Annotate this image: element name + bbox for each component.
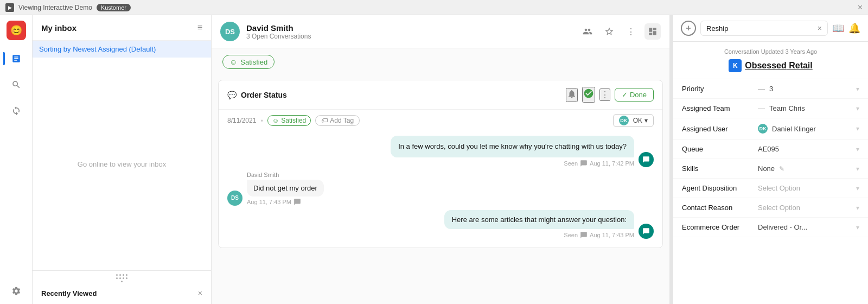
- layout-toggle-icon[interactable]: [644, 23, 661, 40]
- filter-icon[interactable]: ≡: [197, 23, 202, 33]
- alarm-button[interactable]: [566, 88, 578, 102]
- bot-bubble-2: Here are some articles that might answer…: [444, 210, 634, 229]
- drag-dot: [126, 277, 127, 279]
- order-status-card: 💬 Order Status ⋮ ✓ Done: [218, 80, 663, 248]
- user-avatar-sm: DS: [227, 191, 242, 206]
- nav-settings[interactable]: [9, 283, 24, 299]
- field-label-contact-reason: Contact Reason: [682, 204, 758, 212]
- message-time-2: Aug 11, 7:43 PM: [590, 232, 634, 238]
- company-logo: K Obsessed Retail: [682, 59, 859, 72]
- user-message-meta: Aug 11, 7:43 PM: [247, 198, 654, 206]
- field-value-ecommerce-order: Delivered - Or...: [758, 223, 856, 231]
- drag-dot: [116, 274, 118, 276]
- order-status-title: Order Status: [241, 91, 561, 99]
- conv-updated: Conversation Updated 3 Years Ago: [682, 48, 859, 55]
- more-options-icon[interactable]: ⋮: [623, 23, 639, 40]
- field-label-skills: Skills: [682, 164, 758, 173]
- chevron-assigned-user: ▾: [856, 125, 859, 132]
- inbox-title: My inbox: [41, 23, 76, 33]
- conv-header-info: David Smith 3 Open Conversations: [246, 23, 573, 40]
- field-label-assigned-team: Assigned Team: [682, 104, 758, 112]
- assigned-user-avatar: DK: [758, 124, 768, 134]
- more-button[interactable]: ⋮: [599, 88, 610, 101]
- drag-dot: [119, 277, 121, 279]
- banner-text: Viewing Interactive Demo: [18, 4, 92, 11]
- field-value-contact-reason: Select Option: [758, 204, 856, 212]
- nav-inbox[interactable]: [9, 51, 24, 66]
- order-header-actions: ⋮ ✓ Done: [566, 87, 654, 103]
- field-value-assigned-team: — Team Chris: [758, 104, 856, 112]
- recently-viewed-close[interactable]: ×: [198, 289, 202, 297]
- field-label-ecommerce-order: Ecommerce Order: [682, 223, 758, 231]
- bot-message-2: Here are some articles that might answer…: [227, 210, 654, 239]
- field-label-agent-disposition: Agent Disposition: [682, 184, 758, 192]
- chevron-agent-disposition: ▾: [856, 185, 859, 192]
- done-button[interactable]: ✓ Done: [615, 88, 654, 102]
- inbox-header: My inbox ≡: [33, 15, 211, 41]
- field-label-priority: Priority: [682, 85, 758, 93]
- recently-viewed-section: Recently Viewed ×: [33, 282, 211, 304]
- check-circle-button[interactable]: [582, 87, 595, 103]
- customer-avatar: DS: [220, 22, 240, 41]
- bot-message-1: In a few words, could you let me know wh…: [227, 136, 654, 167]
- nav-automation[interactable]: [9, 103, 24, 118]
- fields-list: Priority — 3 ▾ Assigned Team — Team Chri…: [673, 79, 868, 304]
- add-tag-label: Add Tag: [330, 117, 354, 124]
- company-section: Conversation Updated 3 Years Ago K Obses…: [673, 42, 868, 79]
- field-row-skills: Skills None ✎ ▾: [673, 159, 868, 179]
- field-label-queue: Queue: [682, 145, 758, 153]
- right-panel: + Reship × 📖 🔔 Conversation Updated 3 Ye…: [673, 15, 868, 304]
- bell-icon[interactable]: 🔔: [848, 22, 860, 34]
- recently-viewed-title: Recently Viewed: [41, 289, 97, 297]
- search-clear-button[interactable]: ×: [818, 24, 822, 33]
- company-icon: K: [729, 59, 742, 72]
- book-icon[interactable]: 📖: [832, 22, 844, 34]
- inbox-filter-bar[interactable]: Sorting by Newest Assigned (Default): [33, 41, 211, 58]
- user-message-1: DS David Smith Did not get my order Aug …: [227, 172, 654, 206]
- drag-dot: [121, 281, 123, 282]
- chevron-assigned-team: ▾: [856, 105, 859, 112]
- seen-label-2: Seen: [564, 232, 578, 238]
- chevron-skills: ▾: [856, 165, 859, 173]
- conversation-area: DS David Smith 3 Open Conversations ⋮: [212, 15, 669, 304]
- field-row-assigned-user: Assigned User DK Daniel Klinger ▾: [673, 118, 868, 140]
- done-label: ✓ Done: [622, 91, 647, 99]
- ok-avatar: DK: [619, 116, 629, 125]
- satisfied-tag-label: Satisfied: [281, 117, 306, 124]
- field-row-priority: Priority — 3 ▾: [673, 79, 868, 99]
- drag-dot: [119, 274, 121, 276]
- right-panel-header: + Reship × 📖 🔔: [673, 15, 868, 42]
- satisfied-face-icon-2: ☺: [272, 117, 279, 124]
- banner-close[interactable]: ×: [858, 3, 863, 12]
- satisfied-label-top: Satisfied: [240, 58, 267, 66]
- drag-dot: [126, 274, 127, 276]
- message-area: In a few words, could you let me know wh…: [219, 131, 662, 248]
- order-status-meta: 8/11/2021 • ☺ Satisfied 🏷 Add Tag DK OK …: [219, 110, 662, 131]
- tag-icon: 🏷: [321, 117, 328, 124]
- nav-search[interactable]: [9, 77, 24, 92]
- order-status-header: 💬 Order Status ⋮ ✓ Done: [219, 80, 662, 110]
- add-button[interactable]: +: [681, 21, 696, 36]
- icon-sidebar: 😊: [0, 15, 33, 304]
- field-value-assigned-user: DK Daniel Klinger: [758, 124, 856, 134]
- company-name-part1: Obsessed: [745, 61, 786, 70]
- field-value-skills: None ✎: [758, 164, 856, 173]
- satisfied-tag: ☺ Satisfied: [267, 115, 311, 126]
- bot-avatar-2: [639, 224, 654, 239]
- star-icon[interactable]: [601, 23, 617, 40]
- ok-badge[interactable]: DK OK ▾: [613, 114, 654, 127]
- add-tag-button[interactable]: 🏷 Add Tag: [315, 115, 360, 126]
- open-conversations: 3 Open Conversations: [246, 33, 573, 40]
- chevron-contact-reason: ▾: [856, 204, 859, 212]
- company-name[interactable]: Obsessed Retail: [745, 61, 813, 71]
- inbox-panel: My inbox ≡ Sorting by Newest Assigned (D…: [33, 15, 212, 304]
- drag-dot: [116, 277, 118, 279]
- conversation-body: ☺ Satisfied 💬 Order Status: [212, 48, 669, 304]
- top-banner: ▶ Viewing Interactive Demo Kustomer ×: [0, 0, 868, 15]
- assign-icon[interactable]: [579, 23, 596, 40]
- field-row-ecommerce-order: Ecommerce Order Delivered - Or... ▾: [673, 218, 868, 237]
- skills-edit-icon[interactable]: ✎: [779, 165, 784, 173]
- banner-badge: Kustomer: [97, 4, 131, 11]
- conv-header-actions: ⋮: [579, 23, 661, 40]
- drag-dot: [123, 274, 124, 276]
